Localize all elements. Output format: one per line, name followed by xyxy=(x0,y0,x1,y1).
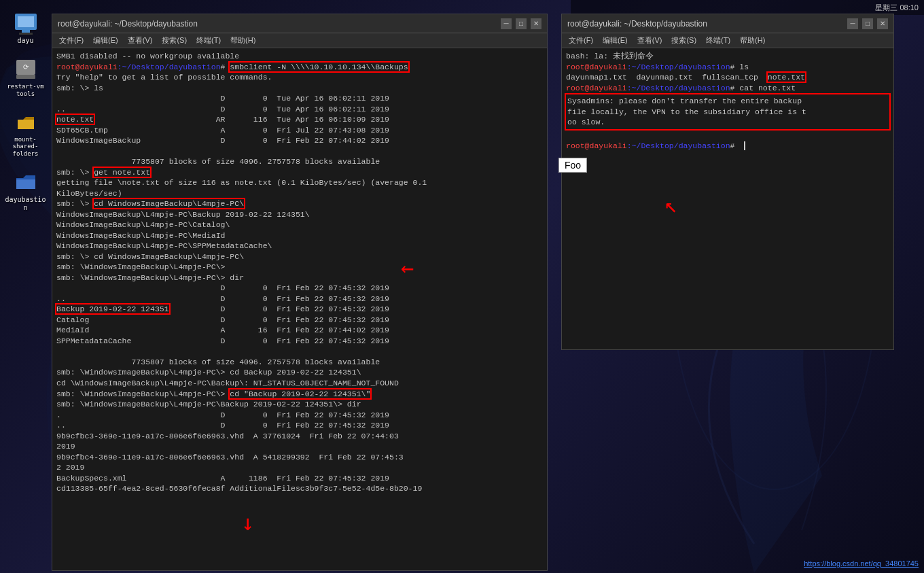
prompt-hash-right-2: # cat note.txt xyxy=(730,84,796,92)
dayubastion-icon-label: dayubastion xyxy=(4,196,48,212)
menu-file-right[interactable]: 文件(F) xyxy=(565,34,597,47)
note-text: Sysadmins: please don't transfer the ent… xyxy=(567,97,806,126)
prompt-path-1: :~/Desktop/dayubastion xyxy=(118,63,221,71)
smb-disabled-text: SMB1 disabled -- no workgroup available xyxy=(56,52,239,60)
prompt-root-right-1: root@dayukali xyxy=(566,63,627,71)
svg-rect-2 xyxy=(18,16,34,27)
menu-file-left[interactable]: 文件(F) xyxy=(55,34,88,47)
note-txt-right-highlight: note.txt xyxy=(768,73,805,82)
terminal-right-menubar: 文件(F) 编辑(E) 查看(V) 搜索(S) 终端(T) 帮助(H) xyxy=(562,33,893,48)
clock: 星期三 08:10 xyxy=(875,3,919,13)
terminal-right: root@dayukali: ~/Desktop/dayubastion ─ □… xyxy=(561,14,894,350)
dayubastion-desktop-icon[interactable]: dayubastion xyxy=(1,166,50,215)
mount-shared-icon xyxy=(12,109,39,136)
terminal-left-close[interactable]: ✕ xyxy=(531,18,541,29)
restart-vm-desktop-icon[interactable]: ⟳ restart-vmtools xyxy=(1,53,50,101)
restart-vm-icon-label: restart-vmtools xyxy=(7,83,43,98)
terminal-right-content: bash: la: 未找到命令 root@dayukali:~/Desktop/… xyxy=(562,48,893,349)
svg-text:⟳: ⟳ xyxy=(23,63,29,71)
terminal-left-content: SMB1 disabled -- no workgroup available … xyxy=(52,48,547,570)
backup-folder-rest: D 0 Fri Feb 22 07:45:32 2019 Catalog D 0… xyxy=(56,305,399,398)
prompt-path-right-2: :~/Desktop/dayubastion xyxy=(627,84,730,92)
terminal-left-controls: ─ □ ✕ xyxy=(501,18,541,29)
terminal-left-titlebar: root@dayukali: ~/Desktop/dayubastion ─ □… xyxy=(52,14,547,33)
desktop: 星期三 08:10 dayu ⟳ resta xyxy=(0,0,924,573)
menu-terminal-left[interactable]: 终端(T) xyxy=(192,34,225,47)
menu-search-right[interactable]: 搜索(S) xyxy=(667,34,700,47)
dayu-icon xyxy=(12,10,39,37)
terminal-right-close[interactable]: ✕ xyxy=(877,18,888,29)
terminal-right-maximize[interactable]: □ xyxy=(862,18,873,29)
terminal-left-minimize[interactable]: ─ xyxy=(501,18,512,29)
terminal-right-controls: ─ □ ✕ xyxy=(847,18,888,29)
terminal-right-minimize[interactable]: ─ xyxy=(847,18,858,29)
bash-error: bash: la: 未找到命令 xyxy=(566,52,654,60)
menu-view-right[interactable]: 查看(V) xyxy=(633,34,667,47)
cursor-right xyxy=(739,141,745,150)
prompt-path-right-3: :~/Desktop/dayubastion xyxy=(627,141,730,150)
menu-help-left[interactable]: 帮助(H) xyxy=(226,34,260,47)
backup-folder-highlight: Backup 2019-02-22 124351 xyxy=(56,305,169,313)
svg-rect-3 xyxy=(22,30,30,33)
terminal-right-title: root@dayukali: ~/Desktop/dayubastion xyxy=(567,19,707,29)
terminal-right-titlebar: root@dayukali: ~/Desktop/dayubastion ─ □… xyxy=(562,14,893,33)
menu-search-left[interactable]: 搜索(S) xyxy=(158,34,191,47)
cd-windows-highlight: cd WindowsImageBackup\L4mpje-PC\ xyxy=(94,199,244,208)
help-text: Try "help" to get a list of possible com… xyxy=(56,73,389,114)
svg-rect-4 xyxy=(19,33,33,35)
top-status-bar: 星期三 08:10 xyxy=(571,0,924,15)
bottom-link[interactable]: https://blog.csdn.net/qq_34801745 xyxy=(804,559,919,568)
prompt-root-1: root@dayukali xyxy=(56,63,118,71)
prompt-hash-1: # xyxy=(221,63,230,71)
desktop-icons-container: dayu ⟳ restart-vmtools mount-shared-fold… xyxy=(0,0,51,215)
mount-shared-desktop-icon[interactable]: mount-shared-folders xyxy=(1,106,50,160)
dayu-icon-label: dayu xyxy=(17,37,33,45)
prompt-path-right-1: :~/Desktop/dayubastion xyxy=(627,63,730,71)
terminal-left-menubar: 文件(F) 编辑(E) 查看(V) 搜索(S) 终端(T) 帮助(H) xyxy=(52,33,547,48)
terminal-left-title: root@dayukali: ~/Desktop/dayubastion xyxy=(58,19,198,29)
cd-windows-rest: WindowsImageBackup\L4mpje-PC\Backup 2019… xyxy=(56,210,389,303)
cd-backup-quoted-rest: smb: \WindowsImageBackup\L4mpje-PC\Backu… xyxy=(56,400,422,493)
foo-label: Foo xyxy=(558,158,587,173)
menu-edit-left[interactable]: 编辑(E) xyxy=(89,34,122,47)
prompt-root-right-2: root@dayukali xyxy=(566,84,627,92)
menu-help-right[interactable]: 帮助(H) xyxy=(736,34,769,47)
prompt-hash-right-3: # xyxy=(730,141,740,150)
terminal-left: root@dayukali: ~/Desktop/dayubastion ─ □… xyxy=(52,14,548,571)
menu-view-left[interactable]: 查看(V) xyxy=(124,34,157,47)
cd-backup-quoted-highlight: cd "Backup 2019-02-22 124351\" xyxy=(230,389,370,398)
svg-rect-6 xyxy=(16,75,35,79)
menu-terminal-right[interactable]: 终端(T) xyxy=(702,34,734,47)
mount-shared-icon-label: mount-shared-folders xyxy=(13,136,39,158)
note-content-box: Sysadmins: please don't transfer the ent… xyxy=(566,94,889,129)
dayu-desktop-icon[interactable]: dayu xyxy=(1,7,50,48)
dayubastion-icon xyxy=(12,169,39,196)
restart-vm-icon: ⟳ xyxy=(12,56,39,83)
get-note-highlight: get note.txt xyxy=(94,168,150,177)
smbclient-command: smbclient -N \\\\10.10.10.134\\Backups xyxy=(230,63,408,71)
terminal-left-maximize[interactable]: □ xyxy=(516,18,527,29)
note-txt-highlight: note.txt xyxy=(56,115,94,124)
prompt-root-right-3: root@dayukali xyxy=(566,141,627,150)
menu-edit-right[interactable]: 编辑(E) xyxy=(599,34,632,47)
